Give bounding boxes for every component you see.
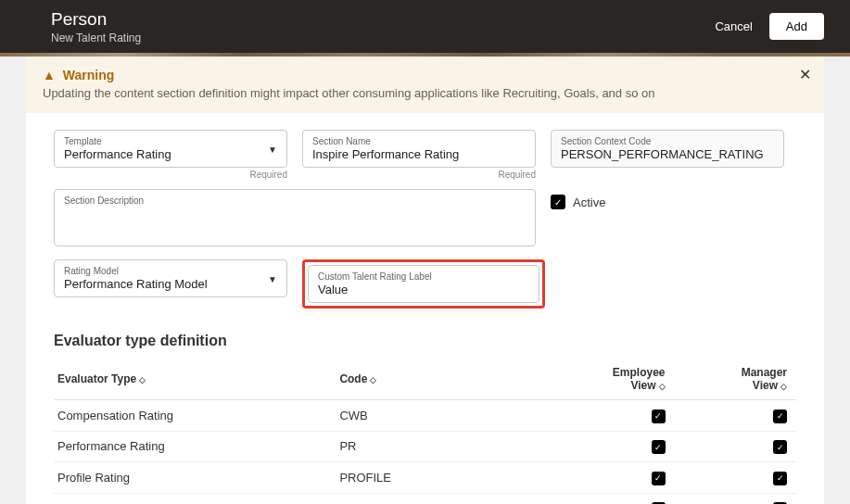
custom-talent-rating-label-input[interactable]: Custom Talent Rating Label Value	[308, 265, 539, 303]
field-value: Performance Rating	[64, 147, 259, 161]
warning-title: Warning	[63, 68, 114, 82]
cell-manager-view: ✓	[703, 431, 796, 462]
active-checkbox[interactable]: ✓ Active	[551, 195, 605, 209]
cell-code: PROFILE	[336, 462, 573, 494]
modal-panel: ▲ Warning Updating the content section d…	[26, 57, 824, 504]
header-actions: Cancel Add	[715, 13, 824, 40]
cell-type: Performance Rating	[54, 431, 336, 462]
table-row: Talent Review RatingTR✓✓	[54, 493, 796, 504]
close-icon[interactable]: ✕	[799, 66, 811, 83]
sort-icon: ◇	[370, 375, 376, 384]
page-title: Person	[51, 9, 141, 30]
active-label: Active	[573, 195, 605, 209]
column-header-manager-view[interactable]: Manager View◇	[703, 359, 796, 400]
checkbox-checked-icon[interactable]: ✓	[773, 410, 787, 423]
cell-employee-view: ✓	[574, 462, 703, 494]
cancel-button[interactable]: Cancel	[715, 19, 752, 33]
evaluator-table: Evaluator Type◇ Code◇ Employee View◇ Man…	[54, 359, 796, 504]
column-header-code[interactable]: Code◇	[336, 359, 573, 400]
warning-icon: ▲	[43, 68, 56, 82]
cell-manager-view: ✓	[703, 462, 796, 494]
rating-model-select[interactable]: Rating Model Performance Rating Model ▼	[54, 259, 287, 297]
sort-icon: ◇	[659, 382, 666, 391]
cell-type: Profile Rating	[54, 462, 336, 494]
cell-type: Talent Review Rating	[54, 493, 336, 504]
warning-banner: ▲ Warning Updating the content section d…	[26, 57, 824, 113]
checkbox-checked-icon[interactable]: ✓	[773, 440, 787, 454]
form-body: Template Performance Rating ▼ Required S…	[26, 113, 824, 504]
cell-code: CWB	[336, 400, 573, 432]
cell-manager-view: ✓	[703, 400, 796, 432]
required-label: Required	[302, 170, 536, 180]
field-label: Section Name	[312, 136, 526, 146]
field-label: Template	[64, 136, 259, 146]
checkbox-checked-icon[interactable]: ✓	[652, 472, 666, 485]
field-value: Inspire Performance Rating	[312, 147, 526, 161]
checkmark-icon: ✓	[551, 195, 565, 209]
section-description-input[interactable]: Section Description	[54, 189, 536, 246]
section-name-input[interactable]: Section Name Inspire Performance Rating	[302, 130, 536, 168]
field-label: Rating Model	[64, 266, 259, 276]
field-value: PERSON_PERFORMANCE_RATING	[561, 147, 774, 161]
field-label: Section Description	[64, 195, 526, 206]
field-label: Custom Talent Rating Label	[318, 271, 529, 282]
checkbox-checked-icon[interactable]: ✓	[652, 410, 666, 423]
cell-code: PR	[336, 431, 573, 462]
cell-code: TR	[336, 493, 573, 504]
section-context-code: Section Context Code PERSON_PERFORMANCE_…	[551, 130, 784, 168]
page-header: Person New Talent Rating Cancel Add	[0, 0, 850, 53]
add-button[interactable]: Add	[769, 13, 824, 40]
checkbox-checked-icon[interactable]: ✓	[773, 472, 787, 485]
cell-employee-view: ✓	[574, 400, 703, 432]
page-subtitle: New Talent Rating	[51, 32, 141, 44]
column-header-type[interactable]: Evaluator Type◇	[54, 359, 336, 400]
chevron-down-icon: ▼	[268, 273, 277, 284]
checkbox-checked-icon[interactable]: ✓	[652, 440, 666, 454]
cell-type: Compensation Rating	[54, 400, 336, 432]
required-label: Required	[54, 170, 287, 180]
cell-employee-view: ✓	[574, 493, 703, 504]
table-row: Profile RatingPROFILE✓✓	[54, 462, 796, 494]
sort-icon: ◇	[780, 382, 787, 391]
field-value: Performance Rating Model	[64, 277, 259, 291]
template-select[interactable]: Template Performance Rating ▼	[54, 130, 287, 168]
evaluator-section-heading: Evaluator type definition	[54, 333, 796, 349]
sort-icon: ◇	[139, 375, 146, 384]
highlighted-field: Custom Talent Rating Label Value	[302, 259, 545, 309]
column-header-employee-view[interactable]: Employee View◇	[574, 359, 703, 400]
warning-message: Updating the content section definition …	[43, 86, 807, 100]
chevron-down-icon: ▼	[268, 144, 277, 154]
header-title-block: Person New Talent Rating	[51, 9, 141, 44]
table-row: Compensation RatingCWB✓✓	[54, 400, 796, 432]
cell-employee-view: ✓	[574, 431, 703, 462]
field-label: Section Context Code	[561, 136, 774, 146]
cell-manager-view: ✓	[703, 493, 796, 504]
table-row: Performance RatingPR✓✓	[54, 431, 796, 462]
field-value: Value	[318, 283, 529, 296]
